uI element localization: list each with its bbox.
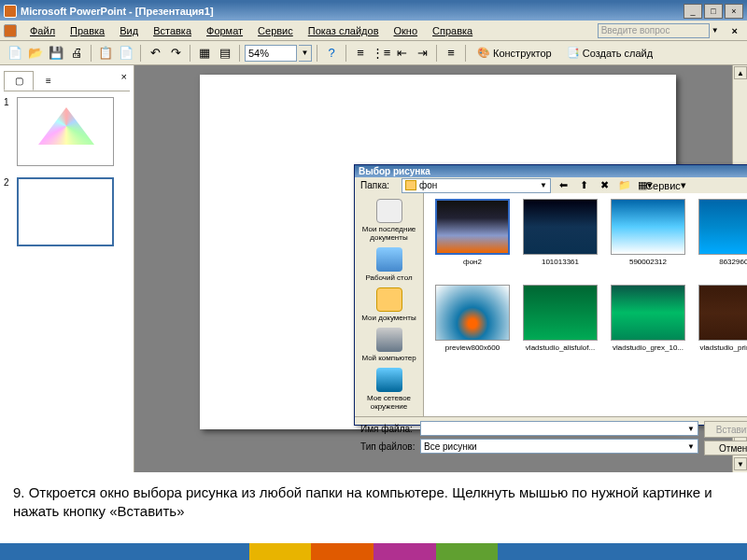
doc-icon bbox=[4, 24, 17, 37]
main-toolbar: 📄 📂 💾 🖨 📋 📄 ↶ ↷ ▦ ▤ 54% ▼ ? ≡ ⋮≡ ⇤ ⇥ ≡ 🎨… bbox=[0, 41, 747, 65]
folder-icon bbox=[405, 180, 416, 190]
file-thumbnail bbox=[523, 285, 598, 341]
save-icon[interactable]: 💾 bbox=[47, 44, 65, 63]
tools-dropdown[interactable]: Сервис▾ bbox=[657, 177, 674, 193]
places-bar: Мои последние документы Рабочий стол Мои… bbox=[355, 193, 424, 416]
new-folder-icon[interactable]: 📁 bbox=[616, 177, 633, 193]
close-doc-button[interactable]: × bbox=[726, 25, 743, 36]
file-name: фон2 bbox=[433, 258, 512, 266]
place-mydocs[interactable]: Мои документы bbox=[357, 286, 421, 324]
help-icon[interactable]: ? bbox=[322, 44, 341, 63]
file-picker-dialog: Выбор рисунка × Папка: фон▼ ⬅ ⬆ ✖ 📁 ▦▾ С… bbox=[354, 164, 747, 426]
filename-input[interactable]: ▼ bbox=[420, 421, 698, 436]
file-name: preview800x600 bbox=[433, 343, 512, 352]
designer-button[interactable]: 🎨Конструктор bbox=[471, 44, 558, 63]
print-icon[interactable]: 🖨 bbox=[67, 44, 86, 63]
file-thumbnail bbox=[698, 285, 747, 341]
slide-panel: ▢ ≡ × 1 2 bbox=[0, 65, 134, 472]
up-icon[interactable]: ⬆ bbox=[575, 177, 592, 193]
new-slide-icon: 📑 bbox=[567, 47, 580, 60]
scroll-up-icon[interactable]: ▲ bbox=[734, 66, 747, 79]
close-panel-button[interactable]: × bbox=[119, 71, 130, 91]
file-name: 86329603 bbox=[697, 258, 747, 266]
folder-row: Папка: фон▼ ⬅ ⬆ ✖ 📁 ▦▾ Сервис▾ bbox=[355, 177, 747, 193]
slide-edit-area: ▲ ⯅ ≡ ⯆ ▼ Выбор рисунка × Папка: фон▼ ⬅ … bbox=[134, 65, 747, 472]
new-slide-button[interactable]: 📑Создать слайд bbox=[560, 44, 659, 63]
place-desktop[interactable]: Рабочий стол bbox=[357, 245, 421, 284]
redo-icon[interactable]: ↷ bbox=[166, 44, 185, 63]
slide-thumb-1[interactable]: 1 bbox=[4, 97, 130, 166]
delete-icon[interactable]: ✖ bbox=[596, 177, 613, 193]
indent-icon[interactable]: ⇥ bbox=[413, 44, 431, 63]
designer-icon: 🎨 bbox=[477, 47, 490, 60]
file-item[interactable]: 101013361 bbox=[517, 199, 603, 283]
desktop-icon bbox=[376, 247, 402, 272]
copy-icon[interactable]: 📋 bbox=[96, 44, 115, 63]
filetype-combo[interactable]: Все рисунки▼ bbox=[420, 439, 698, 454]
numbering-icon[interactable]: ⋮≡ bbox=[372, 44, 390, 63]
menu-view[interactable]: Вид bbox=[112, 23, 146, 38]
back-icon[interactable]: ⬅ bbox=[555, 177, 571, 193]
bullets-icon[interactable]: ≡ bbox=[351, 44, 370, 63]
folder-label: Папка: bbox=[360, 180, 398, 190]
menu-bar: Файл Правка Вид Вставка Формат Сервис По… bbox=[0, 21, 747, 41]
file-name: 590002312 bbox=[609, 258, 687, 266]
slide-number: 2 bbox=[4, 177, 11, 188]
open-icon[interactable]: 📂 bbox=[26, 44, 45, 63]
slide-panel-tabs: ▢ ≡ × bbox=[4, 71, 130, 91]
file-item[interactable]: фон2 bbox=[430, 199, 515, 283]
menu-slideshow[interactable]: Показ слайдов bbox=[301, 23, 387, 38]
filetype-label: Тип файлов: bbox=[360, 441, 416, 452]
outdent-icon[interactable]: ⇤ bbox=[392, 44, 411, 63]
color-fan-icon bbox=[38, 107, 94, 145]
align-icon[interactable]: ≡ bbox=[442, 44, 460, 63]
zoom-dropdown-icon[interactable]: ▼ bbox=[299, 45, 312, 62]
menu-file[interactable]: Файл bbox=[22, 23, 63, 38]
tab-outline[interactable]: ≡ bbox=[34, 71, 63, 91]
menu-help[interactable]: Справка bbox=[425, 23, 480, 38]
insert-button[interactable]: Вставить bbox=[704, 421, 747, 438]
grid-icon[interactable]: ▤ bbox=[216, 44, 234, 63]
close-button[interactable]: × bbox=[725, 4, 743, 19]
undo-icon[interactable]: ↶ bbox=[146, 44, 164, 63]
file-name: vladstudio_grex_10... bbox=[609, 343, 687, 352]
file-name: vladstudio_alisfulof... bbox=[521, 343, 599, 352]
filename-label: Имя файла: bbox=[360, 424, 416, 434]
file-item[interactable]: vladstudio_grex_10... bbox=[605, 285, 691, 369]
rainbow-footer bbox=[0, 543, 747, 560]
menu-format[interactable]: Формат bbox=[199, 23, 250, 38]
file-item[interactable]: vladstudio_primitive... bbox=[693, 285, 747, 369]
window-titlebar: Microsoft PowerPoint - [Презентация1] _ … bbox=[0, 0, 747, 21]
restore-button[interactable]: □ bbox=[704, 4, 723, 19]
dropdown-icon[interactable]: ▼ bbox=[712, 26, 719, 35]
help-search-input[interactable]: Введите вопрос bbox=[598, 23, 710, 38]
file-item[interactable]: 86329603 bbox=[693, 199, 747, 283]
window-title: Microsoft PowerPoint - [Презентация1] bbox=[21, 6, 682, 17]
file-item[interactable]: vladstudio_alisfulof... bbox=[517, 285, 603, 369]
scroll-down-icon[interactable]: ▼ bbox=[734, 457, 747, 470]
file-thumbnail bbox=[435, 285, 510, 341]
menu-edit[interactable]: Правка bbox=[63, 23, 112, 38]
place-recent[interactable]: Мои последние документы bbox=[357, 197, 421, 244]
file-thumbnail bbox=[523, 199, 598, 255]
cancel-button[interactable]: Отмена bbox=[704, 441, 747, 455]
tab-slides[interactable]: ▢ bbox=[4, 71, 34, 91]
menu-insert[interactable]: Вставка bbox=[146, 23, 199, 38]
slide-thumb-2[interactable]: 2 bbox=[4, 177, 130, 246]
file-item[interactable]: preview800x600 bbox=[430, 285, 515, 369]
dialog-titlebar[interactable]: Выбор рисунка × bbox=[355, 165, 747, 177]
zoom-input[interactable]: 54% bbox=[245, 45, 297, 62]
file-thumbnail bbox=[698, 199, 747, 255]
table-icon[interactable]: ▦ bbox=[195, 44, 214, 63]
minimize-button[interactable]: _ bbox=[684, 4, 702, 19]
new-icon[interactable]: 📄 bbox=[6, 44, 24, 63]
dialog-title: Выбор рисунка bbox=[359, 166, 430, 176]
folder-combo[interactable]: фон▼ bbox=[402, 178, 551, 193]
paste-icon[interactable]: 📄 bbox=[117, 44, 135, 63]
file-grid: фон210101336159000231286329603preview800… bbox=[424, 193, 747, 416]
menu-window[interactable]: Окно bbox=[387, 23, 426, 38]
menu-tools[interactable]: Сервис bbox=[250, 23, 301, 38]
file-item[interactable]: 590002312 bbox=[605, 199, 691, 283]
place-network[interactable]: Мое сетевое окружение bbox=[357, 366, 421, 413]
place-mycomputer[interactable]: Мой компьютер bbox=[357, 326, 421, 364]
